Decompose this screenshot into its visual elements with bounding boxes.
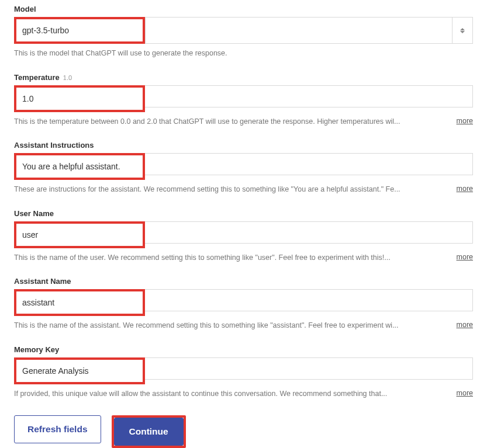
user-name-help-row: This is the name of the user. We recomme…	[14, 253, 473, 263]
refresh-fields-button[interactable]: Refresh fields	[14, 415, 101, 443]
button-row: Refresh fields Continue	[14, 415, 473, 448]
user-name-input[interactable]	[16, 224, 143, 246]
assistant-name-label: Assistant Name	[14, 277, 473, 286]
model-help-row: This is the model that ChatGPT will use …	[14, 48, 473, 59]
user-name-more-link[interactable]: more	[457, 253, 473, 261]
instructions-help-text: These are instructions for the assistant…	[14, 185, 450, 195]
assistant-name-input-extra[interactable]	[145, 289, 473, 311]
temperature-highlight	[14, 85, 145, 112]
temperature-input-extra[interactable]	[145, 85, 473, 107]
assistant-name-label-text: Assistant Name	[14, 277, 71, 286]
memory-key-input-extra[interactable]	[145, 357, 473, 380]
memory-key-help-row: If provided, this unique value will allo…	[14, 389, 473, 400]
memory-key-highlight	[14, 357, 145, 384]
model-select-row: gpt-3.5-turbo	[14, 17, 473, 44]
model-select-value[interactable]: gpt-3.5-turbo	[14, 17, 145, 44]
user-name-help-text: This is the name of the user. We recomme…	[14, 253, 450, 263]
user-name-field-group: User Name This is the name of the user. …	[14, 209, 473, 263]
memory-key-label: Memory Key	[14, 345, 473, 354]
temperature-help-row: This is the temperature between 0.0 and …	[14, 117, 473, 127]
model-label-text: Model	[14, 5, 36, 13]
temperature-label: Temperature 1.0	[14, 73, 473, 82]
temperature-input[interactable]	[16, 88, 143, 110]
temperature-help-text: This is the temperature between 0.0 and …	[14, 117, 450, 127]
user-name-input-extra[interactable]	[145, 221, 473, 244]
continue-button[interactable]: Continue	[114, 418, 184, 446]
model-field-group: Model gpt-3.5-turbo This is the model th…	[14, 5, 473, 59]
chevron-down-icon	[460, 31, 465, 33]
chevron-up-icon	[460, 28, 465, 30]
user-name-highlight	[14, 221, 145, 248]
instructions-label: Assistant Instructions	[14, 141, 473, 150]
assistant-name-highlight	[14, 289, 145, 316]
instructions-help-row: These are instructions for the assistant…	[14, 185, 473, 195]
temperature-label-hint: 1.0	[63, 74, 72, 81]
model-help-text: This is the model that ChatGPT will use …	[14, 48, 473, 59]
instructions-input-row	[14, 153, 473, 180]
memory-key-help-text: If provided, this unique value will allo…	[14, 389, 450, 400]
instructions-label-text: Assistant Instructions	[14, 141, 94, 150]
user-name-input-row	[14, 221, 473, 248]
user-name-label: User Name	[14, 209, 473, 218]
instructions-input[interactable]	[16, 155, 143, 178]
memory-key-input[interactable]	[16, 360, 143, 382]
instructions-more-link[interactable]: more	[457, 185, 473, 193]
assistant-name-input[interactable]	[16, 291, 143, 314]
memory-key-more-link[interactable]: more	[457, 389, 473, 397]
temperature-input-row	[14, 85, 473, 112]
model-select-body[interactable]	[145, 17, 452, 44]
model-select-chevron[interactable]	[452, 17, 473, 44]
temperature-label-text: Temperature	[14, 73, 60, 82]
memory-key-label-text: Memory Key	[14, 345, 59, 354]
instructions-highlight	[14, 153, 145, 180]
assistant-name-more-link[interactable]: more	[457, 321, 473, 329]
assistant-name-input-row	[14, 289, 473, 316]
memory-key-field-group: Memory Key If provided, this unique valu…	[14, 345, 473, 400]
instructions-input-extra[interactable]	[145, 153, 473, 175]
assistant-name-field-group: Assistant Name This is the name of the a…	[14, 277, 473, 331]
user-name-label-text: User Name	[14, 209, 54, 218]
memory-key-input-row	[14, 357, 473, 384]
continue-highlight: Continue	[112, 415, 186, 448]
temperature-more-link[interactable]: more	[457, 117, 473, 125]
model-label: Model	[14, 5, 473, 13]
assistant-name-help-text: This is the name of the assistant. We re…	[14, 321, 450, 331]
temperature-field-group: Temperature 1.0 This is the temperature …	[14, 73, 473, 127]
assistant-name-help-row: This is the name of the assistant. We re…	[14, 321, 473, 331]
instructions-field-group: Assistant Instructions These are instruc…	[14, 141, 473, 195]
